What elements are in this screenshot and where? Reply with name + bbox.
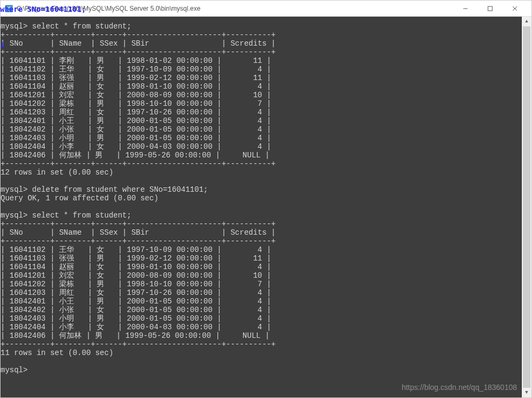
- svg-text:C: C: [8, 6, 11, 12]
- terminal-area: mysql> select * from student; +---------…: [1, 17, 531, 397]
- svg-rect-3: [488, 6, 492, 11]
- scroll-up-button[interactable]: ▲: [522, 17, 531, 26]
- scroll-thumb[interactable]: [523, 26, 530, 388]
- scroll-down-button[interactable]: ▼: [522, 388, 531, 397]
- terminal[interactable]: mysql> select * from student; +---------…: [1, 17, 522, 397]
- window-controls: [453, 1, 527, 17]
- vertical-scrollbar[interactable]: ▲ ▼: [522, 17, 531, 397]
- app-icon: C: [5, 4, 13, 13]
- close-button[interactable]: [502, 1, 527, 17]
- app-window: C C:\Program Files (x86)\MySQL\MySQL Ser…: [0, 0, 532, 398]
- window-title: C:\Program Files (x86)\MySQL\MySQL Serve…: [17, 5, 453, 12]
- titlebar[interactable]: C C:\Program Files (x86)\MySQL\MySQL Ser…: [1, 1, 531, 17]
- minimize-button[interactable]: [453, 1, 478, 17]
- maximize-button[interactable]: [478, 1, 502, 17]
- scroll-track[interactable]: [522, 26, 531, 388]
